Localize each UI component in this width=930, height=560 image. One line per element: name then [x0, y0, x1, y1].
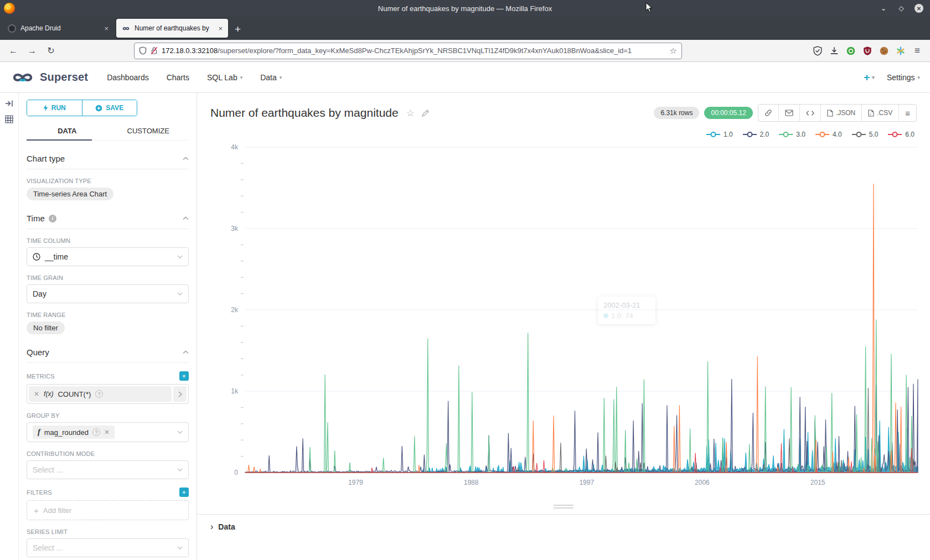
- nav-item-dashboards[interactable]: Dashboards: [107, 73, 149, 82]
- menu-hamburger-icon[interactable]: ≡: [912, 46, 922, 56]
- metric-expand-icon[interactable]: [173, 386, 187, 402]
- timeseries-area-chart[interactable]: 01k2k3k4k19791988199720062015: [204, 141, 923, 499]
- legend-item-4.0[interactable]: 4.0: [815, 131, 842, 138]
- time-grain-value: Day: [33, 289, 46, 298]
- viz-type-label: VISUALIZATION TYPE: [27, 178, 189, 184]
- file-icon: x: [868, 110, 874, 117]
- series-4.0[interactable]: [245, 184, 918, 473]
- svg-text:1979: 1979: [348, 479, 363, 486]
- url-bar[interactable]: 172.18.0.3:32108/superset/explore/?form_…: [134, 43, 682, 59]
- chevron-down-icon: [177, 255, 183, 258]
- time-column-select[interactable]: __time: [27, 247, 189, 266]
- panel-resize-handle[interactable]: [197, 505, 930, 509]
- metrics-label: METRICS: [27, 373, 55, 380]
- group-by-chip[interactable]: f mag_rounded ? ✕: [33, 426, 115, 439]
- chart-panel: Numer of earthquakes by magnitude ☆ 6.31…: [197, 93, 930, 560]
- series-3.0[interactable]: [245, 320, 918, 473]
- url-path: /superset/explore/?form_data_key=KxMeSd8…: [218, 46, 632, 55]
- dataset-grid-icon[interactable]: [5, 115, 13, 123]
- legend-marker-icon: [815, 132, 829, 137]
- control-panel: RUN SAVE DATA CUSTOMIZE Chart type V: [19, 93, 197, 560]
- series-2.0[interactable]: [245, 379, 918, 473]
- forward-button[interactable]: →: [24, 43, 40, 59]
- expand-panel-icon[interactable]: [5, 100, 13, 107]
- tab-data[interactable]: DATA: [27, 123, 108, 140]
- export-csv-button[interactable]: x .CSV: [862, 105, 899, 121]
- edit-pencil-icon[interactable]: [421, 109, 430, 117]
- window-minimize-button[interactable]: ⌄: [879, 4, 888, 13]
- chevron-down-icon: ▾: [917, 75, 920, 80]
- nav-item-data[interactable]: Data▾: [260, 73, 282, 82]
- tab-superset-chart[interactable]: Numer of earthquakes by ×: [116, 19, 228, 38]
- window-close-button[interactable]: ✕: [914, 4, 923, 13]
- tab-apache-druid[interactable]: Apache Druid ×: [2, 19, 114, 38]
- favorite-star-icon[interactable]: ☆: [406, 107, 415, 119]
- save-button[interactable]: SAVE: [82, 100, 137, 116]
- legend-item-6.0[interactable]: 6.0: [888, 131, 914, 138]
- viz-type-value[interactable]: Time-series Area Chart: [27, 188, 113, 200]
- nav-item-charts[interactable]: Charts: [167, 73, 189, 82]
- chart-menu-button[interactable]: ≡: [899, 105, 916, 121]
- time-range-value[interactable]: No filter: [27, 322, 65, 334]
- legend-item-3.0[interactable]: 3.0: [779, 131, 805, 138]
- reload-button[interactable]: ↻: [43, 43, 59, 59]
- run-button[interactable]: RUN: [27, 100, 82, 116]
- contribution-mode-select[interactable]: Select ...: [27, 460, 189, 479]
- export-json-button[interactable]: .JSON: [821, 105, 862, 121]
- info-icon: i: [49, 215, 56, 222]
- series-limit-select[interactable]: Select ...: [27, 538, 189, 557]
- link-icon: [764, 109, 772, 117]
- row-count-badge: 6.31k rows: [654, 107, 699, 119]
- add-filter-dropzone[interactable]: + Add filter: [27, 500, 189, 520]
- extension-green-icon[interactable]: [846, 46, 856, 56]
- remove-chip-icon[interactable]: ✕: [104, 428, 110, 436]
- remove-metric-icon[interactable]: ✕: [34, 390, 39, 398]
- group-by-select[interactable]: f mag_rounded ? ✕: [27, 422, 189, 442]
- superset-brand[interactable]: Superset: [10, 71, 88, 84]
- window-maximize-button[interactable]: ◇: [897, 4, 906, 13]
- metric-item[interactable]: ✕ f(x) COUNT(*) ?: [27, 384, 189, 404]
- tab-close-icon[interactable]: ×: [218, 24, 223, 33]
- time-column-value: __time: [45, 252, 68, 261]
- add-filter-button[interactable]: +: [179, 488, 189, 497]
- cookie-extension-icon[interactable]: [879, 46, 889, 56]
- legend-item-5.0[interactable]: 5.0: [852, 131, 879, 138]
- ublock-shield-icon[interactable]: [862, 46, 872, 56]
- time-grain-select[interactable]: Day: [27, 284, 189, 303]
- email-button[interactable]: [779, 105, 800, 121]
- section-query[interactable]: Query: [27, 348, 189, 363]
- new-object-button[interactable]: +▾: [864, 71, 875, 84]
- tab-customize[interactable]: CUSTOMIZE: [108, 123, 189, 140]
- filters-label: FILTERS: [27, 489, 52, 496]
- help-icon: ?: [95, 390, 103, 398]
- time-range-label: TIME RANGE: [27, 312, 189, 318]
- active-tab-underline: [27, 139, 92, 141]
- section-chart-type[interactable]: Chart type: [27, 154, 189, 169]
- chevron-down-icon: ▾: [280, 75, 282, 80]
- chevron-up-icon: [183, 216, 189, 220]
- svg-text:3k: 3k: [231, 225, 239, 232]
- legend-item-1.0[interactable]: 1.0: [706, 131, 733, 138]
- legend-marker-icon: [888, 132, 902, 137]
- chart-area[interactable]: 01k2k3k4k19791988199720062015 2002-03-21…: [204, 141, 924, 501]
- back-button[interactable]: ←: [6, 43, 21, 59]
- insecure-lock-icon[interactable]: [151, 46, 158, 55]
- tracking-shield-icon[interactable]: [139, 46, 147, 55]
- copy-link-button[interactable]: [758, 105, 779, 121]
- new-tab-button[interactable]: +: [235, 23, 241, 35]
- settings-menu[interactable]: Settings▾: [887, 73, 920, 82]
- nav-item-sql-lab[interactable]: SQL Lab▾: [207, 73, 242, 82]
- data-results-header[interactable]: › Data: [197, 514, 930, 532]
- section-time[interactable]: Timei: [27, 214, 189, 229]
- embed-code-button[interactable]: [800, 105, 821, 121]
- legend-item-2.0[interactable]: 2.0: [743, 131, 769, 138]
- legend-marker-icon: [706, 132, 720, 137]
- downloads-icon[interactable]: [829, 46, 839, 56]
- tab-close-icon[interactable]: ×: [104, 24, 108, 33]
- bookmark-star-icon[interactable]: ☆: [670, 46, 677, 56]
- multicolor-asterisk-icon[interactable]: [896, 46, 906, 56]
- pocket-shield-icon[interactable]: [813, 46, 823, 56]
- chart-legend[interactable]: 1.0 2.0 3.0 4.0 5.0 6.0: [197, 122, 930, 138]
- tooltip-date: 2002-03-21: [603, 301, 650, 309]
- add-metric-button[interactable]: +: [179, 371, 189, 381]
